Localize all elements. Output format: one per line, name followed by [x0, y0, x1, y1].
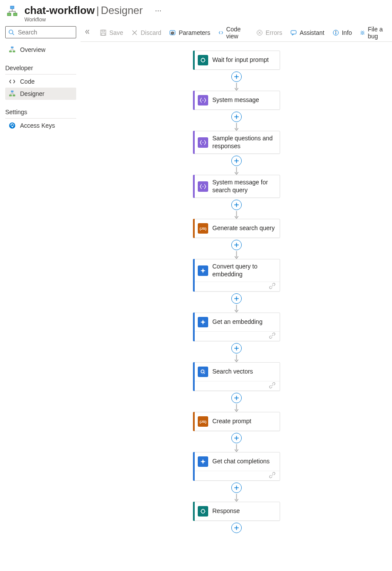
svg-point-24 — [335, 31, 336, 32]
toolbar: Save Discard @ Parameters Code view Erro… — [81, 24, 392, 42]
svg-rect-5 — [11, 47, 14, 48]
svg-point-32 — [203, 100, 203, 101]
node-label: Get an embedding — [213, 318, 263, 326]
workflow-node[interactable]: Get an embedding — [193, 313, 280, 341]
sidebar-group-developer: Developer — [5, 65, 76, 71]
link-icon — [269, 333, 275, 340]
node-label: Sample questions and responses — [213, 135, 275, 150]
node-type-icon — [198, 367, 208, 377]
link-icon — [269, 382, 275, 390]
connector — [231, 521, 242, 535]
add-step-button[interactable] — [231, 293, 242, 304]
node-type-icon: {JS} — [198, 223, 208, 234]
collapse-sidebar-button[interactable] — [82, 29, 92, 36]
svg-point-11 — [9, 122, 15, 129]
node-accent — [193, 91, 195, 110]
toolbar-label: Assistant — [300, 29, 324, 36]
workflow-node[interactable]: System message for search query — [193, 175, 280, 198]
more-menu-button[interactable]: ··· — [152, 4, 165, 17]
workflow-node[interactable]: System message — [193, 91, 280, 110]
divider — [5, 118, 76, 119]
save-button[interactable]: Save — [100, 29, 123, 36]
sidebar-item-code[interactable]: Code — [5, 75, 76, 88]
node-accent — [193, 313, 195, 341]
connector-arrow-icon — [236, 212, 237, 219]
add-step-button[interactable] — [231, 433, 242, 443]
node-type-icon: {JS} — [198, 416, 208, 427]
toolbar-label: Errors — [266, 29, 282, 36]
connector — [231, 481, 242, 502]
node-label: Convert query to embedding — [213, 263, 275, 278]
node-type-icon — [198, 265, 208, 276]
node-body: Get an embedding — [193, 313, 280, 331]
parameters-button[interactable]: @ Parameters — [169, 29, 210, 36]
sidebar-group-settings: Settings — [5, 109, 76, 116]
node-type-icon — [198, 55, 208, 65]
node-accent — [193, 362, 195, 391]
workflow-node[interactable]: Response — [193, 502, 280, 521]
info-button[interactable]: Info — [332, 29, 352, 36]
svg-text:@: @ — [171, 31, 174, 35]
designer-icon — [9, 90, 16, 97]
svg-rect-10 — [13, 95, 15, 96]
workflow-node[interactable]: Get chat completions — [193, 452, 280, 481]
workflow-node[interactable]: {JS}Generate search query — [193, 219, 280, 238]
page-title: chat-workflow|Designer — [24, 4, 143, 17]
overview-icon — [9, 46, 16, 53]
node-accent — [193, 412, 195, 431]
add-step-button[interactable] — [231, 240, 242, 250]
sidebar-item-access-keys[interactable]: Access Keys — [5, 119, 76, 132]
connector-arrow-icon — [236, 355, 237, 362]
toolbar-label: Save — [109, 29, 123, 36]
node-type-icon — [198, 506, 208, 517]
page-subtitle: Workflow — [24, 17, 143, 23]
connector-arrow-icon — [236, 445, 237, 452]
toolbar-label: Code view — [226, 26, 248, 40]
designer-canvas[interactable]: Wait for input promptSystem messageSampl… — [81, 42, 392, 552]
workflow-node[interactable]: Wait for input prompt — [193, 51, 280, 70]
node-accent — [193, 219, 195, 238]
sidebar-item-designer[interactable]: Designer — [5, 88, 76, 100]
workflow-node[interactable]: Search vectors — [193, 362, 280, 391]
workflow-node[interactable]: Convert query to embedding — [193, 259, 280, 292]
add-step-button[interactable] — [231, 343, 242, 353]
workflow-logo-icon — [5, 4, 19, 18]
add-step-button[interactable] — [231, 200, 242, 210]
node-footer — [193, 471, 280, 480]
search-input-wrapper[interactable] — [5, 26, 76, 38]
workflow-node[interactable]: Sample questions and responses — [193, 131, 280, 154]
node-label: Create prompt — [213, 418, 251, 425]
node-body: {JS}Create prompt — [193, 412, 280, 431]
connector — [231, 431, 242, 452]
add-step-button[interactable] — [231, 523, 242, 533]
node-accent — [193, 51, 195, 70]
add-step-button[interactable] — [231, 71, 242, 82]
connector-arrow-icon — [236, 306, 237, 313]
file-bug-button[interactable]: File a bug — [360, 26, 389, 40]
svg-rect-22 — [291, 31, 296, 34]
node-accent — [193, 502, 195, 521]
discard-button[interactable]: Discard — [131, 29, 161, 36]
add-step-button[interactable] — [231, 156, 242, 166]
svg-point-36 — [203, 142, 203, 143]
sidebar-item-overview[interactable]: Overview — [5, 44, 76, 56]
svg-line-4 — [13, 34, 14, 35]
assistant-button[interactable]: Assistant — [290, 29, 324, 36]
add-step-button[interactable] — [231, 112, 242, 122]
node-accent — [193, 175, 195, 198]
errors-button[interactable]: Errors — [256, 29, 282, 36]
link-icon — [269, 472, 275, 479]
workflow-node[interactable]: {JS}Create prompt — [193, 412, 280, 431]
code-view-button[interactable]: Code view — [218, 26, 248, 40]
node-label: Wait for input prompt — [213, 56, 269, 64]
connector — [231, 292, 242, 313]
main-area: Save Discard @ Parameters Code view Erro… — [81, 24, 392, 552]
link-icon — [269, 283, 275, 290]
add-step-button[interactable] — [231, 393, 242, 403]
node-body: Search vectors — [193, 363, 280, 381]
add-step-button[interactable] — [231, 483, 242, 493]
svg-text:{JS}: {JS} — [199, 420, 206, 424]
node-type-icon — [198, 317, 208, 327]
node-type-icon — [198, 456, 208, 467]
node-accent — [193, 452, 195, 481]
